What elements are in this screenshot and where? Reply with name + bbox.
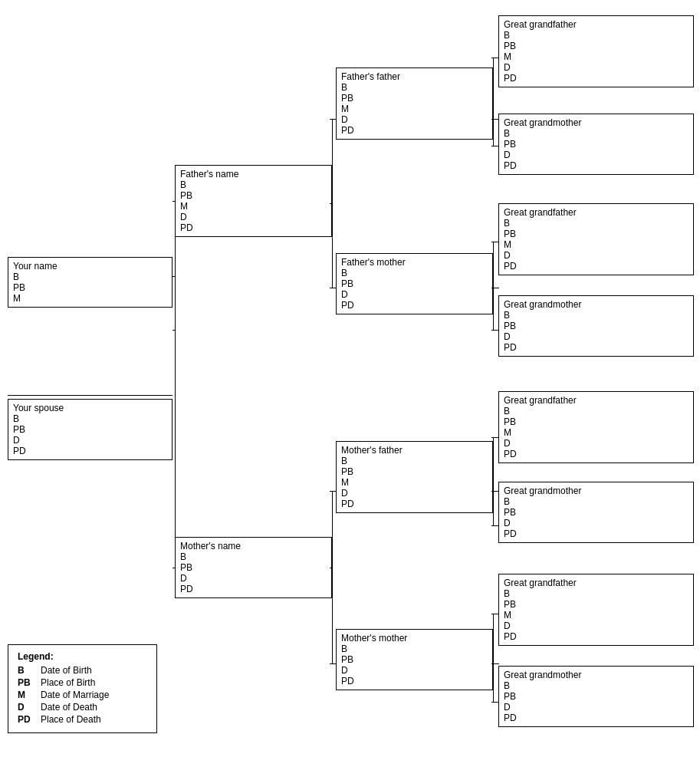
legend-box: Legend: B Date of Birth PB Place of Birt… — [8, 644, 157, 733]
fathers-mother-name: Father's mother — [341, 257, 406, 268]
branch-to-mf — [330, 491, 337, 492]
gg8-name: Great grandmother — [504, 670, 581, 680]
branch-to-gg6 — [491, 525, 499, 526]
gg1-name: Great grandfather — [504, 19, 577, 30]
gg5-name: Great grandfather — [504, 395, 577, 406]
branch-to-fm — [330, 288, 337, 288]
branch-to-gg8 — [491, 702, 499, 703]
mf-to-gg-h — [491, 491, 499, 492]
legend-d: D Date of Death — [18, 702, 147, 713]
spouse-name: Your spouse — [13, 403, 64, 413]
you-box: Your name B PB M — [8, 257, 173, 308]
legend-title: Legend: — [18, 651, 147, 662]
branch-to-father — [173, 201, 176, 202]
maternal-grands-vline — [332, 491, 333, 663]
you-to-vtree — [173, 330, 176, 331]
ff-to-gg-h — [491, 119, 499, 120]
gg1-box: Great grandfather B PB M D PD — [498, 15, 694, 87]
branch-to-ff — [330, 119, 337, 120]
fathers-name-box: Father's name B PB M D PD — [175, 165, 332, 237]
you-name: Your name — [13, 261, 58, 272]
gg7-name: Great grandfather — [504, 578, 577, 588]
branch-to-gg7 — [491, 614, 499, 614]
fathers-father-name: Father's father — [341, 71, 400, 82]
mothers-mother-box: Mother's mother B PB D PD — [336, 629, 493, 690]
branch-to-gg5 — [491, 437, 499, 438]
fm-to-gg-h — [491, 288, 499, 288]
gg8-box: Great grandmother B PB D PD — [498, 666, 694, 727]
fathers-mother-box: Father's mother B PB D PD — [336, 253, 493, 314]
mothers-name: Mother's name — [180, 541, 241, 551]
branch-to-gg2 — [491, 146, 499, 146]
gg3-name: Great grandfather — [504, 207, 577, 218]
mothers-father-name: Mother's father — [341, 445, 403, 456]
spouse-separator — [8, 395, 173, 396]
mother-to-grands-h — [330, 568, 333, 568]
mm-gg-vline — [493, 614, 494, 702]
parents-vline — [175, 207, 176, 571]
branch-to-gg3 — [491, 242, 499, 242]
legend-b: B Date of Birth — [18, 665, 147, 676]
mm-to-gg-h — [491, 663, 499, 664]
fathers-father-box: Father's father B PB M D PD — [336, 67, 493, 140]
mothers-father-box: Mother's father B PB M D PD — [336, 441, 493, 513]
mf-gg-vline — [493, 437, 494, 525]
father-to-grands-h — [330, 203, 333, 204]
branch-to-gg4 — [491, 330, 499, 331]
gg2-box: Great grandmother B PB D PD — [498, 114, 694, 175]
gg7-box: Great grandfather B PB M D PD — [498, 574, 694, 646]
branch-to-mother — [173, 568, 176, 568]
branch-to-mm — [330, 663, 337, 664]
branch-to-gg1 — [491, 58, 499, 58]
mothers-mother-name: Mother's mother — [341, 633, 407, 644]
mothers-name-box: Mother's name B PB D PD — [175, 537, 332, 598]
legend-m: M Date of Marriage — [18, 690, 147, 700]
ff-gg-vline — [493, 58, 494, 146]
gg2-name: Great grandmother — [504, 117, 581, 128]
genealogy-chart: Your name B PB M Your spouse B PB D PD F… — [0, 0, 700, 767]
spouse-box: Your spouse B PB D PD — [8, 399, 173, 460]
legend-pb: PB Place of Birth — [18, 677, 147, 688]
gg4-box: Great grandmother B PB D PD — [498, 295, 694, 357]
gg6-box: Great grandmother B PB D PD — [498, 482, 694, 543]
gg5-box: Great grandfather B PB M D PD — [498, 391, 694, 463]
legend-pd: PD Place of Death — [18, 714, 147, 725]
fathers-name: Father's name — [180, 169, 238, 179]
gg6-name: Great grandmother — [504, 486, 581, 496]
fm-gg-vline — [493, 242, 494, 330]
gg4-name: Great grandmother — [504, 299, 581, 310]
gg3-box: Great grandfather B PB M D PD — [498, 203, 694, 275]
